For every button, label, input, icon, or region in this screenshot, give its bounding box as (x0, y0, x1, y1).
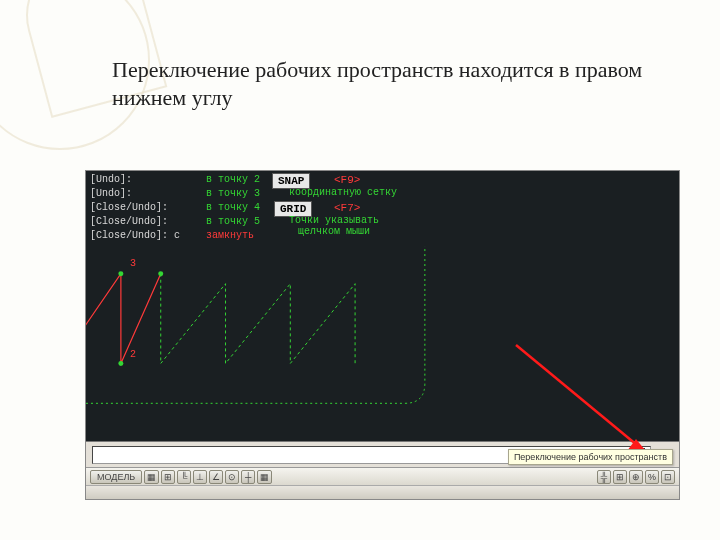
coord-grid-hint: координатную сетку (278, 187, 408, 198)
prompt: в точку 3 (206, 187, 268, 201)
close-prompt: замкнуть (206, 229, 268, 243)
status-icon[interactable]: ┼ (241, 470, 255, 484)
f9-key-hint: <F9> (334, 174, 360, 186)
prompt: в точку 2 (206, 173, 268, 187)
cmd-line: [Close/Undo]: c (90, 229, 197, 243)
cmd-line: [Close/Undo]: (90, 201, 197, 215)
prompt-column: в точку 2 в точку 3 в точку 4 в точку 5 … (206, 171, 268, 245)
autocad-screenshot: [Undo]: [Undo]: [Close/Undo]: [Close/Und… (85, 170, 680, 500)
f7-key-hint: <F7> (334, 202, 360, 214)
svg-line-4 (516, 345, 649, 455)
status-icon[interactable]: % (645, 470, 659, 484)
bottom-bar (86, 485, 679, 499)
command-history: [Undo]: [Undo]: [Close/Undo]: [Close/Und… (86, 171, 201, 245)
workspace-switch-button[interactable]: ⊕ (629, 470, 643, 484)
prompt: в точку 4 (206, 201, 268, 215)
point-label-3: 3 (130, 258, 136, 269)
status-icon[interactable]: ⊞ (613, 470, 627, 484)
status-icon[interactable]: ⊙ (225, 470, 239, 484)
status-icon[interactable]: ∠ (209, 470, 223, 484)
status-icon[interactable]: ╚ (177, 470, 191, 484)
status-icon[interactable]: ⊞ (161, 470, 175, 484)
status-icon[interactable]: ▦ (257, 470, 272, 484)
status-right-cluster: ╬ ⊞ ⊕ % ⊡ (597, 470, 675, 484)
svg-point-3 (118, 361, 123, 366)
svg-point-2 (158, 271, 163, 276)
status-bar: МОДЕЛЬ ▦ ⊞ ╚ ⊥ ∠ ⊙ ┼ ▦ ╬ ⊞ ⊕ % ⊡ (86, 467, 679, 485)
prompt: в точку 5 (206, 215, 268, 229)
status-icon[interactable]: ⊡ (661, 470, 675, 484)
workspace-tooltip: Переключение рабочих пространств (508, 449, 673, 465)
mouse-click-hint: Точки указывать щелчком мыши (269, 215, 399, 237)
point-label-2: 2 (130, 349, 136, 360)
model-tab[interactable]: МОДЕЛЬ (90, 470, 142, 484)
slide-title: Переключение рабочих пространств находит… (112, 56, 700, 111)
cmd-line: [Undo]: (90, 187, 197, 201)
cmd-line: [Close/Undo]: (90, 215, 197, 229)
svg-point-1 (118, 271, 123, 276)
status-icon[interactable]: ⊥ (193, 470, 207, 484)
point-label-5: 5 (85, 258, 86, 269)
status-icon[interactable]: ╬ (597, 470, 611, 484)
status-icon[interactable]: ▦ (144, 470, 159, 484)
cmd-line: [Undo]: (90, 173, 197, 187)
